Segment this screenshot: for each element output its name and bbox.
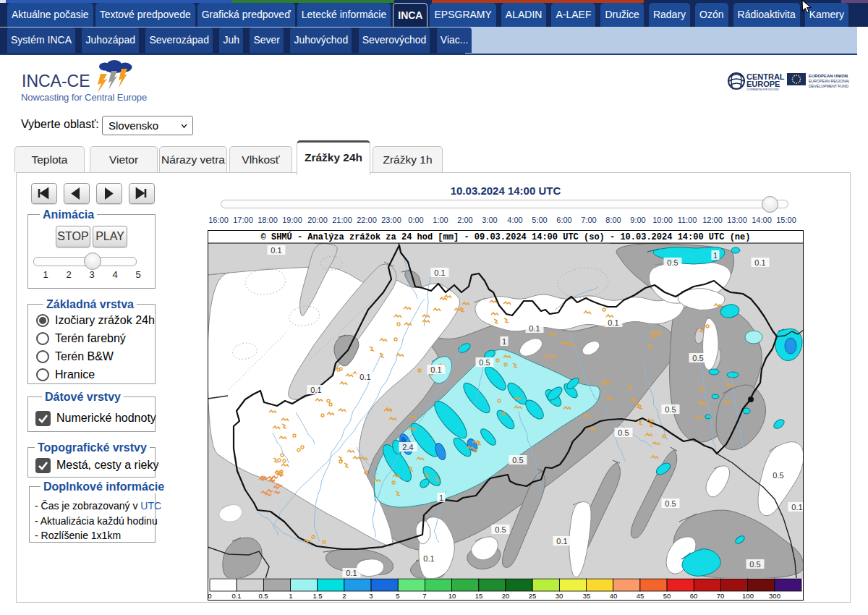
svg-text:1.5: 1.5 [312,592,322,600]
svg-text:40: 40 [610,592,618,600]
svg-text:0.1: 0.1 [430,365,441,374]
svg-text:0.5: 0.5 [665,405,676,414]
svg-text:0.1: 0.1 [231,592,241,600]
svg-text:2: 2 [342,592,346,600]
svg-text:EUROPEAN UNION: EUROPEAN UNION [809,74,848,78]
svg-text:0.1: 0.1 [434,268,445,277]
svg-text:30: 30 [556,592,563,600]
svg-text:60: 60 [690,592,698,600]
svg-text:0.5: 0.5 [495,525,506,534]
svg-text:1: 1 [502,337,506,346]
svg-text:0.1: 0.1 [346,569,357,577]
svg-text:7: 7 [422,592,426,600]
svg-text:15: 15 [475,592,483,600]
svg-text:2.4: 2.4 [402,443,413,451]
svg-text:70: 70 [717,592,725,600]
svg-text:45: 45 [637,592,644,600]
svg-text:COOPERATING FOR SUCCESS: COOPERATING FOR SUCCESS [746,88,778,91]
svg-text:1: 1 [439,493,443,502]
svg-text:0.1: 0.1 [529,324,540,333]
svg-text:0.1: 0.1 [556,537,567,546]
svg-text:0.5: 0.5 [692,354,703,362]
svg-text:25: 25 [529,592,537,600]
svg-text:0.1: 0.1 [423,554,434,563]
svg-text:0.5: 0.5 [512,456,523,465]
svg-text:0.5: 0.5 [773,471,783,480]
svg-text:0.5: 0.5 [665,499,676,508]
svg-text:0: 0 [208,592,211,600]
svg-text:100: 100 [742,592,754,600]
svg-text:0.1: 0.1 [754,258,765,267]
svg-text:20: 20 [502,592,510,600]
svg-text:300: 300 [769,592,780,600]
svg-text:0.1: 0.1 [310,386,321,394]
svg-text:0.1: 0.1 [608,318,618,327]
svg-text:5: 5 [396,592,399,600]
svg-text:1: 1 [289,592,292,600]
svg-text:EUROPEAN REGIONAL: EUROPEAN REGIONAL [809,79,849,83]
svg-text:10: 10 [448,592,456,600]
svg-text:DEVELOPMENT FUND: DEVELOPMENT FUND [809,84,848,88]
svg-text:1: 1 [713,251,718,260]
svg-text:0.5: 0.5 [618,428,629,437]
svg-text:0.5: 0.5 [258,592,268,600]
svg-text:0.1: 0.1 [359,373,370,381]
svg-text:3: 3 [369,592,373,600]
svg-text:0.5: 0.5 [479,358,490,367]
svg-text:EUROPE: EUROPE [746,80,780,88]
svg-text:© SHMÚ - Analýza zrážok za 24: © SHMÚ - Analýza zrážok za 24 hod [mm] -… [261,232,751,242]
svg-text:0.1: 0.1 [271,246,281,255]
svg-text:50: 50 [663,592,671,600]
svg-text:0.5: 0.5 [749,560,760,569]
svg-text:35: 35 [583,592,591,600]
svg-text:0.5: 0.5 [667,258,678,267]
svg-text:0.1: 0.1 [791,503,802,512]
